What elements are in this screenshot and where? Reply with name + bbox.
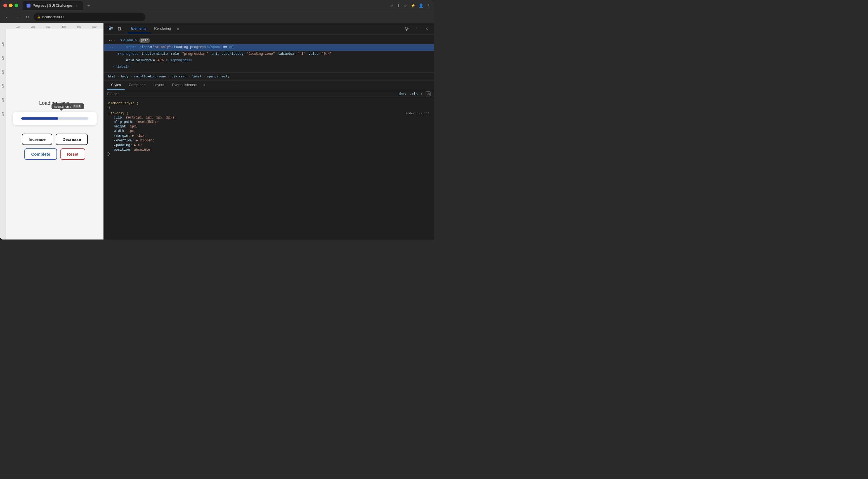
browser-window: Progress | GUI Challenges ✕ + ⤢ ⬆ ☆ ⚡ 👤 …: [0, 0, 434, 240]
tooltip: span.sr-only 1 × 1: [52, 103, 84, 109]
decrease-button[interactable]: Decrease: [56, 134, 88, 145]
bc-main[interactable]: main#loading-zone: [133, 74, 167, 78]
css-height-line: height : 1px;: [108, 124, 430, 129]
elements-tab[interactable]: Elements: [127, 24, 150, 33]
address-bar[interactable]: 🔒 localhost:3000: [34, 13, 146, 21]
bc-label[interactable]: label: [191, 74, 202, 78]
browser-tab[interactable]: Progress | GUI Challenges ✕: [23, 1, 83, 10]
ruler-left-100: 100: [1, 42, 4, 46]
ruler-mark-200: 200: [31, 25, 35, 28]
tab-favicon: [27, 4, 30, 7]
ruler-left-500: 500: [1, 98, 4, 102]
dom-line-dots: ··· ▼ <label> grid: [104, 37, 434, 44]
progress-bar: [21, 117, 88, 120]
ruler-mark-300: 300: [46, 25, 50, 28]
dom-progress-line: ▶ <progress indeterminate role="progress…: [104, 51, 434, 57]
profile-icon[interactable]: 👤: [418, 3, 423, 8]
content-area: 100 200 300 400 500 600 100 200 300 400 …: [0, 23, 434, 240]
more-options-button[interactable]: ⋮: [413, 25, 421, 33]
css-width-line: width : 1px;: [108, 129, 430, 133]
bc-div[interactable]: div.card: [170, 74, 187, 78]
device-mode-button[interactable]: [116, 25, 124, 33]
filter-cls[interactable]: .cls: [410, 92, 418, 96]
tooltip-text: span.sr-only: [54, 105, 71, 108]
margin-expand[interactable]: ▶: [114, 134, 116, 137]
svg-rect-0: [109, 27, 111, 29]
panel-tabs: Styles Computed Layout Event Listeners »: [104, 81, 434, 90]
ruler-mark-400: 400: [62, 25, 66, 28]
share-icon[interactable]: ⬆: [397, 3, 400, 8]
browser-page: 100 200 300 400 500 600 100 200 300 400 …: [0, 23, 103, 240]
refresh-button[interactable]: ↻: [24, 13, 31, 21]
sr-only-rule: .sr-only { index.css:111 clip : rect(1px…: [104, 110, 434, 157]
page-content: Loading Level span.sr-only 1 × 1: [6, 29, 103, 240]
element-style-rule: element.style { }: [104, 100, 434, 110]
css-overflow-line: ▶ overflow : ▶ hidden;: [108, 138, 430, 143]
filter-add-button[interactable]: +: [420, 91, 423, 97]
layout-tab[interactable]: Layout: [149, 81, 168, 90]
traffic-lights: [3, 4, 18, 7]
bc-body[interactable]: body: [120, 74, 129, 78]
css-source: index.css:111: [405, 112, 430, 115]
css-clip-line: clip : rect(1px, 1px, 1px, 1px);: [108, 116, 430, 120]
forward-button[interactable]: →: [13, 13, 21, 21]
padding-expand[interactable]: ▶: [114, 143, 116, 147]
ruler-left-400: 400: [1, 84, 4, 88]
page-inner: Loading Level span.sr-only 1 × 1: [12, 100, 98, 160]
expand-icon[interactable]: ⤢: [390, 3, 394, 8]
css-position-line: position : absolute;: [108, 148, 430, 152]
filter-hov[interactable]: :hov: [397, 91, 407, 96]
progress-card: span.sr-only 1 × 1: [13, 112, 97, 125]
dom-tree: ··· ▼ <label> grid ··· < span class = "s…: [104, 35, 434, 72]
extensions-icon[interactable]: ⚡: [410, 3, 415, 8]
sr-only-header: .sr-only { index.css:111: [108, 111, 430, 116]
svg-point-3: [406, 28, 407, 30]
close-button[interactable]: [3, 4, 7, 7]
more-panel-tabs[interactable]: »: [201, 81, 208, 90]
more-tabs-button[interactable]: »: [175, 24, 181, 33]
menu-icon[interactable]: ⋮: [427, 3, 431, 8]
inspect-element-button[interactable]: [107, 25, 115, 33]
filter-bar: :hov .cls + ◁: [104, 90, 434, 98]
dom-progress-line-2: aria-valuenow="40%" >…</progress>: [104, 57, 434, 64]
lock-icon: 🔒: [37, 15, 40, 19]
new-tab-button[interactable]: +: [85, 2, 93, 9]
overflow-expand[interactable]: ▶: [114, 139, 116, 142]
computed-tab[interactable]: Computed: [125, 81, 149, 90]
reset-button[interactable]: Reset: [60, 149, 85, 160]
settings-button[interactable]: [403, 25, 410, 33]
dom-end-label: </label>: [104, 64, 434, 70]
dom-selected-line[interactable]: ··· < span class = "sr-only" > Loading p…: [104, 44, 434, 51]
progress-fill: [21, 117, 58, 120]
svg-rect-2: [121, 28, 122, 30]
ruler-left: 100 200 300 400 500 600: [0, 29, 6, 240]
bc-span[interactable]: span.sr-only: [206, 74, 230, 78]
url-text: localhost:3000: [42, 15, 63, 19]
styles-tab[interactable]: Styles: [107, 81, 125, 90]
close-devtools-button[interactable]: ✕: [423, 25, 431, 33]
element-style-close: }: [108, 105, 430, 109]
tab-label: Progress | GUI Challenges: [33, 4, 73, 7]
devtools-header-right: ⋮ ✕: [403, 25, 431, 33]
buttons-row: Increase Decrease Complete Reset: [12, 134, 98, 160]
bookmark-icon[interactable]: ☆: [404, 3, 407, 8]
increase-button[interactable]: Increase: [22, 134, 52, 145]
minimize-button[interactable]: [9, 4, 12, 7]
filter-input[interactable]: [107, 92, 395, 96]
rendering-tab[interactable]: Rendering: [150, 24, 175, 33]
title-bar: Progress | GUI Challenges ✕ + ⤢ ⬆ ☆ ⚡ 👤 …: [0, 0, 434, 11]
ruler-left-300: 300: [1, 70, 4, 74]
filter-box-button[interactable]: ◁: [426, 91, 431, 96]
ruler-mark-100: 100: [16, 25, 20, 28]
maximize-button[interactable]: [14, 4, 18, 7]
ruler-top: 100 200 300 400 500 600: [0, 23, 103, 29]
svg-rect-1: [118, 27, 121, 30]
tab-close-button[interactable]: ✕: [75, 4, 79, 7]
event-listeners-tab[interactable]: Event Listeners: [168, 81, 201, 90]
css-rules-panel: element.style { } .sr-only { index.css:1…: [104, 98, 434, 240]
back-button[interactable]: ←: [3, 13, 11, 21]
bc-html[interactable]: html: [107, 74, 116, 78]
ruler-mark-600: 600: [92, 25, 96, 28]
complete-button[interactable]: Complete: [24, 149, 57, 160]
devtools-tabs: Elements Rendering »: [127, 24, 402, 33]
